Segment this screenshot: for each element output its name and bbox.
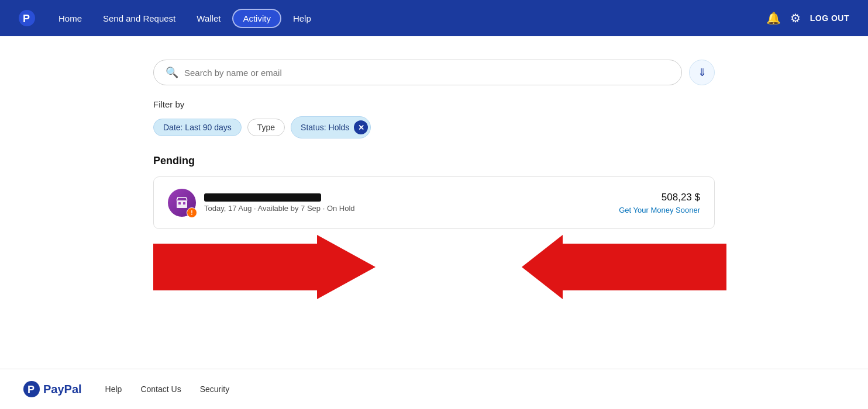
logout-button[interactable]: LOG OUT	[810, 13, 849, 23]
nav-help[interactable]: Help	[284, 10, 321, 27]
transaction-status: On Hold	[327, 204, 355, 213]
transaction-amount: 508,23 $	[662, 192, 700, 203]
download-button[interactable]: ⇓	[689, 60, 715, 85]
footer-logo: P PayPal	[23, 381, 82, 397]
filter-chip-date[interactable]: Date: Last 90 days	[153, 119, 242, 136]
nav-right: 🔔 ⚙ LOG OUT	[766, 11, 849, 25]
search-icon: 🔍	[166, 66, 178, 79]
gear-icon: ⚙	[790, 11, 801, 25]
search-container: 🔍	[153, 60, 682, 85]
transaction-name-redacted	[204, 193, 321, 202]
nav-send-request[interactable]: Send and Request	[94, 10, 185, 27]
search-row: 🔍 ⇓	[153, 60, 715, 85]
svg-marker-6	[522, 235, 726, 299]
filter-chips: Date: Last 90 days Type Status: Holds ✕	[153, 116, 715, 138]
footer-link-security[interactable]: Security	[200, 384, 230, 394]
avatar-wrapper: !	[168, 189, 196, 217]
transaction-meta: Today, 17 Aug · Available by 7 Sep · On …	[204, 204, 355, 213]
pending-title: Pending	[153, 155, 715, 167]
main-content: 🔍 ⇓ Filter by Date: Last 90 days Type St…	[0, 36, 868, 369]
search-input[interactable]	[184, 68, 670, 78]
dot-separator-2: ·	[323, 204, 327, 213]
nav-home[interactable]: Home	[49, 10, 91, 27]
svg-rect-3	[178, 202, 181, 204]
nav-links: Home Send and Request Wallet Activity He…	[49, 9, 762, 28]
footer-logo-text: PayPal	[43, 383, 82, 396]
store-icon	[175, 196, 189, 210]
svg-text:P: P	[23, 13, 30, 25]
content-wrapper: 🔍 ⇓ Filter by Date: Last 90 days Type St…	[153, 60, 715, 299]
filter-chip-status[interactable]: Status: Holds ✕	[291, 116, 371, 138]
filter-chip-type[interactable]: Type	[247, 119, 285, 136]
notifications-button[interactable]: 🔔	[766, 11, 781, 25]
bell-icon: 🔔	[766, 11, 781, 25]
transaction-available: Available by 7 Sep	[258, 204, 321, 213]
filter-chip-close-button[interactable]: ✕	[354, 120, 368, 134]
transaction-left: ! Today, 17 Aug · Available by 7 Sep · O…	[168, 189, 355, 217]
nav-logo: P	[19, 10, 35, 26]
footer-paypal-logo-icon: P	[23, 381, 40, 397]
red-arrow-right	[522, 235, 726, 299]
svg-marker-5	[153, 235, 376, 299]
download-icon: ⇓	[698, 66, 707, 79]
get-money-sooner-link[interactable]: Get Your Money Sooner	[619, 206, 700, 214]
svg-text:P: P	[27, 384, 35, 396]
arrows-container	[153, 229, 715, 299]
filter-chip-status-label: Status: Holds	[301, 123, 349, 132]
nav-activity[interactable]: Activity	[232, 9, 281, 28]
svg-rect-4	[183, 202, 185, 204]
footer-link-contact-us[interactable]: Contact Us	[140, 384, 181, 394]
svg-rect-2	[177, 200, 187, 208]
navbar: P Home Send and Request Wallet Activity …	[0, 0, 868, 36]
transaction-card: ! Today, 17 Aug · Available by 7 Sep · O…	[153, 176, 715, 229]
settings-button[interactable]: ⚙	[790, 11, 801, 25]
filter-label: Filter by	[153, 99, 715, 109]
transaction-date: Today, 17 Aug	[204, 204, 252, 213]
footer-link-help[interactable]: Help	[105, 384, 122, 394]
transaction-right: 508,23 $ Get Your Money Sooner	[619, 192, 700, 214]
nav-wallet[interactable]: Wallet	[187, 10, 230, 27]
transaction-info: Today, 17 Aug · Available by 7 Sep · On …	[204, 193, 355, 213]
red-arrow-left	[153, 235, 376, 299]
paypal-logo-icon: P	[19, 10, 35, 26]
warning-badge: !	[187, 207, 197, 218]
footer: P PayPal Help Contact Us Security	[0, 369, 868, 409]
